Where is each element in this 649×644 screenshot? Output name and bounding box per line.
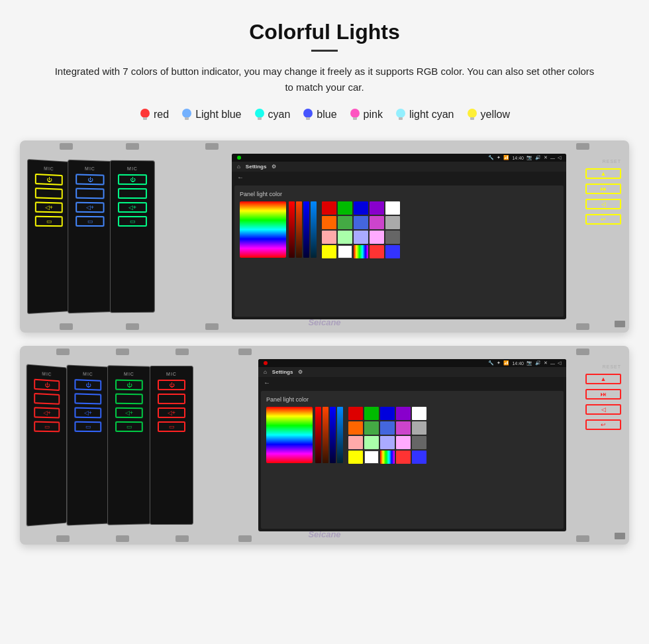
page-description: Integrated with 7 colors of button indic…: [53, 64, 596, 95]
corner-tab-bb4: [238, 535, 252, 542]
corner-tab: [205, 323, 219, 330]
page-title: Colorful Lights: [249, 20, 400, 44]
color-item-pink: pink: [349, 107, 383, 122]
color-label-red: red: [154, 109, 169, 121]
bulb-blue: [302, 107, 314, 122]
bulb-lightcyan: [395, 107, 407, 122]
corner-tab-br: [576, 323, 589, 330]
right-controls-bottom: RESET ▲ ⏭ ◁ ↩: [566, 359, 629, 531]
corner-tab: [576, 143, 589, 150]
svg-rect-3: [185, 117, 189, 120]
corner-tab: [60, 323, 73, 330]
usb-port-top: [615, 321, 625, 327]
panels-section: MIC ⏻ ◁+ ▭ MIC ⏻ ◁+ ▭ MIC ⏻ ◁+ ▭: [13, 140, 636, 545]
svg-rect-5: [258, 117, 262, 120]
color-label-pink: pink: [364, 109, 383, 121]
main-screen-top: 🔧✦📶14:40 📷🔊✕—◁ ⌂ Settings ⚙ ← Panel ligh…: [232, 154, 566, 319]
usb-port-bottom: [615, 533, 625, 539]
corner-tab-bt1: [56, 349, 70, 355]
color-label-blue: blue: [317, 109, 336, 121]
color-item-red: red: [139, 107, 169, 122]
title-divider: [311, 50, 338, 52]
device-panel-top: MIC ⏻ ◁+ ▭ MIC ⏻ ◁+ ▭ MIC ⏻ ◁+ ▭: [20, 140, 629, 333]
color-label-lightblue: Light blue: [195, 109, 241, 121]
main-screen-bottom: 🔧✦📶14:40 📷🔊✕—◁ ⌂ Settings ⚙ ← Panel ligh…: [258, 359, 566, 531]
color-label-yellow: yellow: [481, 109, 510, 121]
color-label-cyan: cyan: [268, 109, 291, 121]
bulb-lightblue: [181, 107, 193, 122]
corner-tab: [60, 143, 73, 150]
corner-tab: [126, 323, 139, 330]
svg-point-0: [140, 109, 150, 118]
color-item-lightblue: Light blue: [181, 107, 241, 122]
svg-rect-9: [353, 117, 357, 120]
svg-rect-11: [399, 117, 403, 120]
corner-tab-bbr: [576, 535, 589, 542]
bulb-pink: [349, 107, 361, 122]
color-item-blue: blue: [302, 107, 336, 122]
svg-point-6: [303, 109, 313, 118]
svg-rect-13: [470, 117, 474, 120]
right-controls-top: RESET ▲ ⏭ ◁ ↩: [566, 154, 629, 319]
color-label-lightcyan: light cyan: [409, 109, 454, 121]
corner-tab: [205, 143, 219, 150]
bulb-red: [139, 107, 151, 122]
svg-point-8: [350, 109, 360, 118]
svg-point-2: [182, 109, 191, 118]
corner-tab-bb1: [56, 535, 70, 542]
corner-tab-bb3: [175, 535, 189, 542]
svg-point-12: [468, 109, 477, 118]
device-panel-bottom: MIC ⏻ ◁+ ▭ MIC ⏻ ◁+ ▭ MIC ⏻ ◁+ ▭: [20, 346, 629, 545]
corner-tab-bt3: [175, 349, 189, 355]
color-item-cyan: cyan: [254, 107, 291, 122]
home-icon: ⌂: [237, 164, 240, 170]
bulb-yellow: [466, 107, 478, 122]
svg-point-10: [396, 109, 405, 118]
svg-rect-7: [306, 117, 310, 120]
back-nav: ←: [232, 172, 566, 183]
color-item-lightcyan: light cyan: [395, 107, 454, 122]
corner-tab-bt4: [238, 349, 252, 355]
corner-tab-bb2: [116, 535, 129, 542]
color-item-yellow: yellow: [466, 107, 510, 122]
bulb-cyan: [254, 107, 266, 122]
corner-tab-btr: [576, 349, 589, 355]
corner-tab: [126, 143, 139, 150]
svg-point-4: [255, 109, 264, 118]
svg-rect-1: [143, 117, 147, 120]
corner-tab-bt2: [116, 349, 129, 355]
color-indicators-row: red Light blue cyan blue pink light cyan: [139, 107, 510, 122]
